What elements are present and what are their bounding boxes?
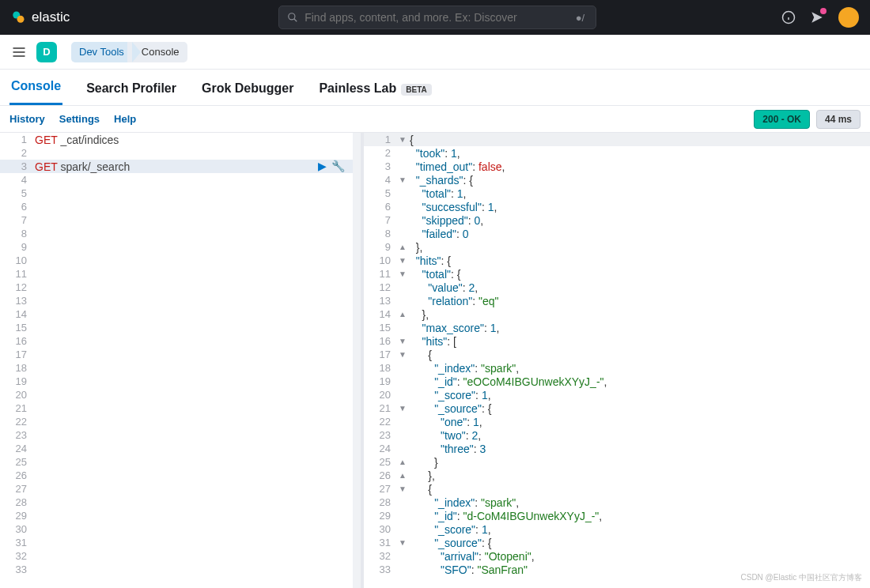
global-search-input[interactable]	[304, 11, 566, 24]
request-line[interactable]: 8	[0, 227, 361, 240]
request-line[interactable]: 11	[0, 267, 361, 281]
response-line: 7 "skipped": 0,	[364, 213, 870, 227]
request-line[interactable]: 33	[0, 563, 361, 576]
user-avatar[interactable]	[838, 7, 859, 28]
request-line[interactable]: 26	[0, 469, 361, 482]
request-line[interactable]: 21	[0, 401, 361, 415]
request-line[interactable]: 28	[0, 496, 361, 509]
tab-console[interactable]: Console	[9, 70, 62, 105]
request-line[interactable]: 23	[0, 428, 361, 442]
help-link[interactable]: Help	[114, 113, 136, 125]
editor-split: 1GET _cat/indices23GET spark/_search4567…	[0, 133, 870, 588]
response-line: 15 "max_score": 1,	[364, 321, 870, 334]
response-line: 31▼ "_source": {	[364, 536, 870, 549]
help-icon[interactable]	[781, 10, 796, 24]
tab-search-profiler[interactable]: Search Profiler	[85, 72, 178, 105]
response-line: 16▼ "hits": [	[364, 334, 870, 348]
request-line[interactable]: 29	[0, 509, 361, 522]
response-line: 28 "_index": "spark",	[364, 496, 870, 509]
request-line[interactable]: 10	[0, 254, 361, 267]
request-line[interactable]: 27	[0, 482, 361, 496]
response-line: 14▲ },	[364, 307, 870, 321]
response-line: 29 "_id": "d-CoM4IBGUnwekXYyJ_-",	[364, 509, 870, 522]
request-line[interactable]: 9	[0, 240, 361, 254]
brand: elastic	[11, 9, 70, 25]
request-line[interactable]: 20	[0, 388, 361, 401]
response-line: 18 "_index": "spark",	[364, 361, 870, 375]
breadcrumb-devtools[interactable]: Dev Tools	[71, 42, 132, 62]
response-line: 23 "two": 2,	[364, 428, 870, 442]
settings-link[interactable]: Settings	[59, 113, 100, 125]
request-line[interactable]: 18	[0, 361, 361, 375]
response-status: 200 - OK	[754, 110, 810, 129]
request-line[interactable]: 1GET _cat/indices	[0, 133, 361, 146]
svg-point-2	[289, 13, 295, 20]
request-line[interactable]: 3GET spark/_search	[0, 160, 361, 173]
request-line[interactable]: 4	[0, 173, 361, 187]
notification-dot	[820, 8, 826, 14]
tab-painless-lab[interactable]: Painless LabBETA	[317, 72, 433, 105]
request-actions: ▶ 🔧	[318, 160, 345, 172]
response-line: 32 "arrival": "Otopeni",	[364, 549, 870, 563]
response-pane[interactable]: 1▼{2 "took": 1,3 "timed_out": false,4▼ "…	[364, 133, 870, 588]
tab-bar: Console Search Profiler Grok Debugger Pa…	[0, 70, 870, 106]
gutter-edge	[353, 133, 361, 588]
request-line[interactable]: 14	[0, 307, 361, 321]
search-icon	[287, 12, 298, 23]
response-line: 21▼ "_source": {	[364, 401, 870, 415]
request-line[interactable]: 7	[0, 213, 361, 227]
response-latency: 44 ms	[816, 110, 861, 129]
beta-badge: BETA	[401, 84, 431, 96]
request-line[interactable]: 5	[0, 187, 361, 200]
request-line[interactable]: 12	[0, 281, 361, 294]
global-search[interactable]: ●/	[278, 6, 596, 29]
tab-grok-debugger[interactable]: Grok Debugger	[200, 72, 295, 105]
brand-name: elastic	[32, 9, 70, 25]
response-line: 20 "_score": 1,	[364, 388, 870, 401]
response-line: 13 "relation": "eq"	[364, 294, 870, 307]
request-line[interactable]: 17	[0, 348, 361, 361]
run-icon[interactable]: ▶	[318, 160, 327, 172]
response-line: 30 "_score": 1,	[364, 522, 870, 536]
svg-point-1	[17, 16, 25, 23]
request-line[interactable]: 15	[0, 321, 361, 334]
request-line[interactable]: 24	[0, 442, 361, 455]
response-line: 4▼ "_shards": {	[364, 173, 870, 187]
response-line: 10▼ "hits": {	[364, 254, 870, 267]
response-line: 3 "timed_out": false,	[364, 160, 870, 173]
request-line[interactable]: 2	[0, 146, 361, 160]
wrench-icon[interactable]: 🔧	[331, 160, 345, 172]
request-line[interactable]: 19	[0, 375, 361, 388]
response-line: 5 "total": 1,	[364, 187, 870, 200]
breadcrumb: Dev Tools Console	[71, 42, 183, 62]
response-line: 26▲ },	[364, 469, 870, 482]
space-selector[interactable]: D	[36, 42, 57, 62]
response-line: 19 "_id": "eOCoM4IBGUnwekXYyJ_-",	[364, 375, 870, 388]
request-line[interactable]: 13	[0, 294, 361, 307]
response-line: 17▼ {	[364, 348, 870, 361]
request-line[interactable]: 31	[0, 536, 361, 549]
request-pane[interactable]: 1GET _cat/indices23GET spark/_search4567…	[0, 133, 364, 588]
search-shortcut: ●/	[573, 11, 588, 24]
elastic-logo-icon	[11, 10, 25, 24]
request-line[interactable]: 6	[0, 200, 361, 213]
response-line: 6 "successful": 1,	[364, 200, 870, 213]
request-line[interactable]: 16	[0, 334, 361, 348]
sub-bar: D Dev Tools Console	[0, 35, 870, 70]
watermark: CSDN @Elastic 中国社区官方博客	[741, 572, 863, 583]
nav-toggle-icon[interactable]	[11, 44, 27, 60]
request-line[interactable]: 32	[0, 549, 361, 563]
response-line: 25▲ }	[364, 455, 870, 469]
top-bar: elastic ●/	[0, 0, 870, 35]
response-line: 12 "value": 2,	[364, 281, 870, 294]
response-line: 24 "three": 3	[364, 442, 870, 455]
history-link[interactable]: History	[9, 113, 45, 125]
request-line[interactable]: 30	[0, 522, 361, 536]
response-line: 22 "one": 1,	[364, 415, 870, 428]
request-line[interactable]: 22	[0, 415, 361, 428]
response-line: 8 "failed": 0	[364, 227, 870, 240]
response-line: 1▼{	[364, 133, 870, 146]
request-line[interactable]: 25	[0, 455, 361, 469]
response-line: 2 "took": 1,	[364, 146, 870, 160]
newsfeed-icon[interactable]	[810, 10, 824, 24]
